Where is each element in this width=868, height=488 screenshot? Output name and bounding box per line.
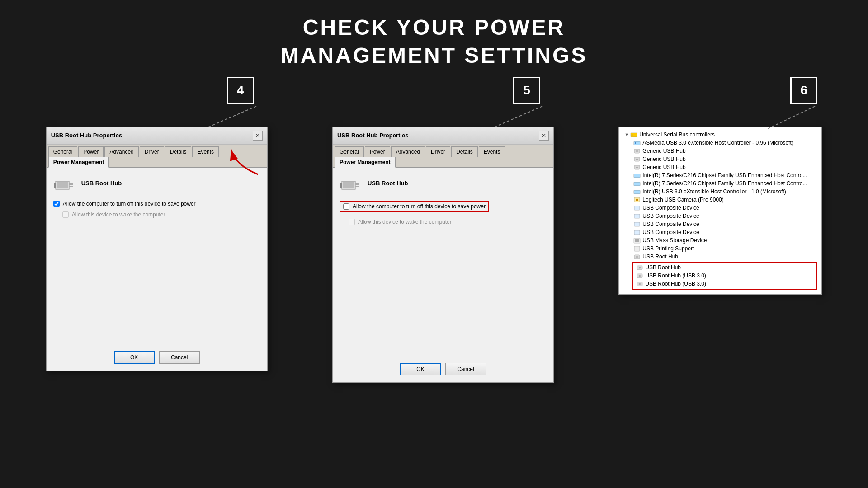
dm-item-4[interactable]: Intel(R) 7 Series/C216 Chipset Family US… xyxy=(623,171,818,179)
dm-highlight-item-2[interactable]: USB Root Hub (USB 3.0) xyxy=(634,280,815,288)
svg-rect-11 xyxy=(355,186,359,187)
step-4-badge: 4 xyxy=(227,77,254,104)
svg-rect-5 xyxy=(69,186,73,187)
dm-highlight-item-1[interactable]: USB Root Hub (USB 3.0) xyxy=(634,272,815,280)
svg-rect-32 xyxy=(634,222,640,226)
step-4-dialog: USB Root Hub Properties ✕ General Power … xyxy=(46,127,268,371)
step4-tab-driver[interactable]: Driver xyxy=(140,146,164,157)
step5-dialog-title: USB Root Hub Properties xyxy=(337,132,408,139)
dm-item-2[interactable]: Generic USB Hub xyxy=(623,155,818,163)
dm-item-0[interactable]: ASMedia USB 3.0 eXtensible Host Controll… xyxy=(623,139,818,147)
step4-close-button[interactable]: ✕ xyxy=(253,131,263,141)
dm-item-14[interactable]: USB Root Hub xyxy=(623,253,818,261)
step4-tab-advanced[interactable]: Advanced xyxy=(104,146,138,157)
dm-item-10[interactable]: USB Composite Device xyxy=(623,220,818,228)
svg-rect-9 xyxy=(343,182,354,188)
step5-tab-driver[interactable]: Driver xyxy=(426,146,450,157)
svg-point-24 xyxy=(636,166,638,168)
page-title: CHECK YOUR POWER MANAGEMENT SETTINGS xyxy=(0,0,868,70)
step5-device-name: USB Root Hub xyxy=(368,180,408,187)
step-5-block: 5 USB Root Hub Properties ✕ General Powe… xyxy=(332,77,554,383)
svg-point-44 xyxy=(639,283,641,285)
svg-rect-18 xyxy=(637,142,637,144)
svg-point-15 xyxy=(632,134,633,136)
step4-tab-events[interactable]: Events xyxy=(192,146,219,157)
dm-item-1[interactable]: Generic USB Hub xyxy=(623,147,818,155)
step-4-block: 4 USB Root Hub Properties ✕ General Powe… xyxy=(46,77,268,383)
step-6-badge: 6 xyxy=(790,77,817,104)
svg-rect-36 xyxy=(634,246,640,251)
step-6-block: 6 ▼ Universal Serial Bus controllers ASM… xyxy=(618,77,822,383)
dm-item-8[interactable]: USB Composite Device xyxy=(623,204,818,212)
svg-rect-33 xyxy=(634,230,640,235)
dm-root-row[interactable]: ▼ Universal Serial Bus controllers xyxy=(623,131,818,139)
step5-tab-events[interactable]: Events xyxy=(479,146,505,157)
svg-line-13 xyxy=(768,106,815,129)
step5-close-button[interactable]: ✕ xyxy=(539,131,549,141)
dm-highlight-item-0[interactable]: USB Root Hub xyxy=(634,263,815,272)
step5-cancel-button[interactable]: Cancel xyxy=(445,363,486,375)
svg-rect-4 xyxy=(69,183,73,185)
svg-rect-35 xyxy=(635,239,639,242)
step5-tab-power[interactable]: Power xyxy=(365,146,390,157)
dm-item-3[interactable]: Generic USB Hub xyxy=(623,163,818,171)
dm-item-9[interactable]: USB Composite Device xyxy=(623,212,818,220)
svg-rect-27 xyxy=(634,190,640,194)
step4-cancel-button[interactable]: Cancel xyxy=(159,351,200,364)
svg-point-42 xyxy=(639,275,641,277)
svg-rect-25 xyxy=(634,174,640,178)
step5-tab-advanced[interactable]: Advanced xyxy=(391,146,425,157)
svg-rect-6 xyxy=(54,183,56,188)
svg-rect-26 xyxy=(634,182,640,186)
svg-point-38 xyxy=(636,256,638,258)
step4-ok-button[interactable]: OK xyxy=(114,351,155,364)
svg-rect-31 xyxy=(634,214,640,218)
dm-item-12[interactable]: USB Mass Storage Device xyxy=(623,236,818,244)
step5-tab-details[interactable]: Details xyxy=(451,146,478,157)
step4-tab-power[interactable]: Power xyxy=(78,146,104,157)
dm-item-7[interactable]: Logitech USB Camera (Pro 9000) xyxy=(623,196,818,204)
svg-point-20 xyxy=(636,150,638,152)
step5-checkbox1[interactable] xyxy=(343,203,349,210)
svg-rect-30 xyxy=(634,206,640,210)
step-5-badge: 5 xyxy=(513,77,540,104)
svg-rect-10 xyxy=(355,183,359,185)
step4-checkbox1[interactable] xyxy=(53,201,60,207)
step5-tab-general[interactable]: General xyxy=(335,146,364,157)
step4-device-name: USB Root Hub xyxy=(81,180,122,187)
dm-item-11[interactable]: USB Composite Device xyxy=(623,228,818,236)
step5-tab-power-management[interactable]: Power Management xyxy=(335,157,396,168)
step5-tabs: General Power Advanced Driver Details Ev… xyxy=(333,145,553,168)
dm-item-13[interactable]: USB Printing Support xyxy=(623,244,818,253)
svg-rect-3 xyxy=(57,182,68,188)
svg-line-0 xyxy=(204,106,256,129)
svg-point-29 xyxy=(636,198,638,201)
step5-checkbox1-label: Allow the computer to turn off this devi… xyxy=(353,203,486,210)
svg-point-40 xyxy=(639,267,641,268)
step5-ok-button[interactable]: OK xyxy=(400,363,441,375)
step4-tab-general[interactable]: General xyxy=(48,146,78,157)
svg-rect-12 xyxy=(340,183,342,188)
step-5-dialog: USB Root Hub Properties ✕ General Power … xyxy=(332,127,554,383)
dm-item-6[interactable]: Intel(R) USB 3.0 eXtensible Host Control… xyxy=(623,188,818,196)
svg-point-22 xyxy=(636,158,638,160)
step5-device-icon xyxy=(340,174,362,192)
svg-rect-17 xyxy=(635,142,636,144)
svg-line-7 xyxy=(491,106,542,129)
dm-root-label: Universal Serial Bus controllers xyxy=(639,131,715,138)
step4-checkbox2[interactable] xyxy=(62,211,69,218)
step4-dialog-title: USB Root Hub Properties xyxy=(51,132,122,139)
device-manager-panel: ▼ Universal Serial Bus controllers ASMed… xyxy=(618,127,822,295)
dm-item-5[interactable]: Intel(R) 7 Series/C216 Chipset Family US… xyxy=(623,179,818,188)
step4-checkbox2-label: Allow this device to wake the computer xyxy=(72,211,165,218)
step5-checkbox2[interactable] xyxy=(349,219,355,225)
step4-tab-details[interactable]: Details xyxy=(165,146,192,157)
step4-checkbox1-label: Allow the computer to turn off this devi… xyxy=(63,201,196,207)
dm-highlighted-group: USB Root Hub USB Root Hub (USB 3.0) USB … xyxy=(632,262,817,290)
step4-tab-power-management[interactable]: Power Management xyxy=(48,157,109,168)
step4-device-icon xyxy=(53,174,76,192)
step5-checkbox2-label: Allow this device to wake the computer xyxy=(358,219,452,225)
